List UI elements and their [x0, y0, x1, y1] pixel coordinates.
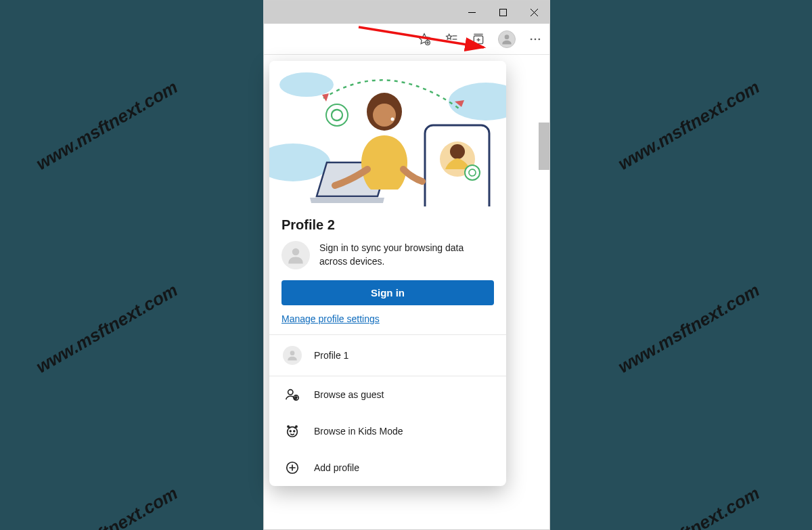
- hero-illustration: [269, 61, 506, 206]
- more-menu-icon[interactable]: [528, 32, 543, 47]
- svg-point-27: [450, 144, 465, 159]
- svg-point-19: [269, 143, 330, 181]
- avatar-placeholder-icon: [283, 346, 302, 365]
- watermark: www.msftnext.com: [614, 483, 763, 530]
- manage-profile-settings-link[interactable]: Manage profile settings: [281, 313, 380, 324]
- profile-avatar-button[interactable]: [498, 30, 516, 48]
- add-profile-label: Add profile: [314, 462, 359, 473]
- other-profile-row[interactable]: Profile 1: [269, 335, 506, 376]
- svg-point-28: [465, 165, 480, 180]
- browse-kids-mode-label: Browse in Kids Mode: [314, 426, 403, 437]
- svg-point-32: [292, 248, 300, 256]
- svg-point-43: [296, 426, 297, 427]
- scrollbar-thumb[interactable]: [539, 123, 549, 170]
- browse-as-guest-row[interactable]: ? Browse as guest: [269, 376, 506, 413]
- svg-point-33: [290, 351, 295, 355]
- svg-point-31: [391, 118, 394, 121]
- svg-point-17: [539, 38, 541, 40]
- svg-point-14: [505, 35, 510, 39]
- profile-title: Profile 2: [281, 217, 494, 233]
- svg-point-16: [535, 38, 537, 40]
- svg-point-38: [290, 430, 291, 432]
- other-profile-label: Profile 1: [314, 350, 348, 361]
- profile-flyout: Profile 2 Sign in to sync your browsing …: [269, 61, 506, 486]
- add-icon: [283, 460, 302, 475]
- svg-point-15: [531, 38, 533, 40]
- browse-as-guest-label: Browse as guest: [314, 389, 384, 400]
- watermark: www.msftnext.com: [32, 76, 181, 175]
- kids-mode-icon: [283, 424, 302, 439]
- minimize-button[interactable]: [456, 1, 487, 24]
- collections-icon[interactable]: [471, 32, 486, 47]
- maximize-button[interactable]: [487, 1, 518, 24]
- watermark: www.msftnext.com: [32, 483, 181, 530]
- svg-point-42: [288, 426, 289, 427]
- close-button[interactable]: [518, 1, 549, 24]
- svg-point-39: [294, 430, 295, 432]
- svg-rect-1: [499, 9, 506, 16]
- favorites-list-icon[interactable]: [444, 32, 459, 47]
- watermark: www.msftnext.com: [614, 76, 763, 175]
- watermark: www.msftnext.com: [32, 280, 181, 378]
- browse-kids-mode-row[interactable]: Browse in Kids Mode: [269, 413, 506, 449]
- svg-point-30: [373, 104, 396, 127]
- watermark: www.msftnext.com: [614, 280, 763, 378]
- guest-icon: ?: [283, 387, 302, 402]
- svg-point-34: [288, 390, 293, 395]
- sync-description: Sign in to sync your browsing data acros…: [319, 242, 494, 268]
- titlebar: [264, 1, 549, 24]
- avatar-placeholder-icon: [281, 241, 310, 269]
- svg-point-24: [326, 104, 348, 126]
- add-profile-row[interactable]: Add profile: [269, 449, 506, 486]
- add-favorite-icon[interactable]: [417, 32, 432, 47]
- toolbar: [264, 24, 549, 55]
- sign-in-button[interactable]: Sign in: [281, 280, 494, 305]
- svg-point-21: [279, 72, 334, 97]
